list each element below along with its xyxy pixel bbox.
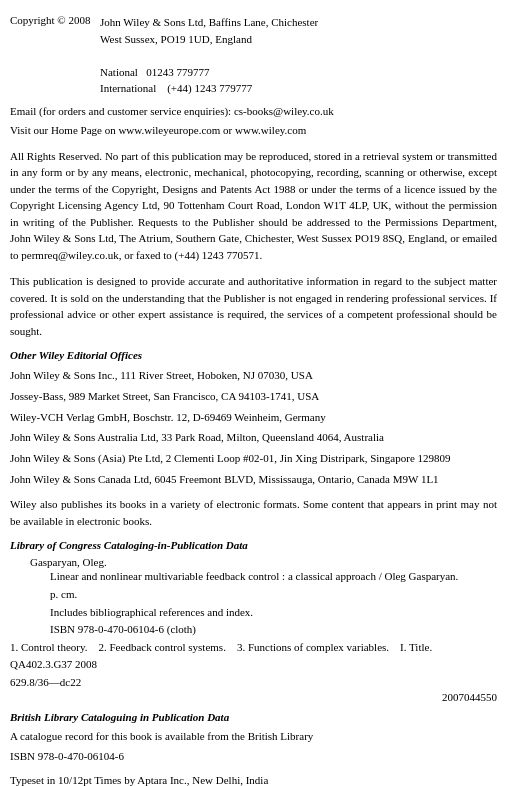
congress-title: Linear and nonlinear multivariable feedb… xyxy=(10,568,497,586)
congress-includes: Includes bibliographical references and … xyxy=(10,604,497,622)
subject-2: 2. Feedback control systems. xyxy=(99,641,226,653)
subject-1: 1. Control theory. xyxy=(10,641,88,653)
congress-block: Gasparyan, Oleg. Linear and nonlinear mu… xyxy=(10,556,497,703)
wiley-formats: Wiley also publishes its books in a vari… xyxy=(10,496,497,529)
international-label: International xyxy=(100,82,156,94)
publication-paragraph: This publication is designed to provide … xyxy=(10,273,497,339)
offices-list: John Wiley & Sons Inc., 111 River Street… xyxy=(10,366,497,488)
publisher-line2: West Sussex, PO19 1UD, England xyxy=(100,33,252,45)
congress-subjects: 1. Control theory. 2. Feedback control s… xyxy=(10,639,497,657)
publisher-info: John Wiley & Sons Ltd, Baffins Lane, Chi… xyxy=(100,14,318,97)
british-text: A catalogue record for this book is avai… xyxy=(10,728,497,745)
contact-block: Email (for orders and customer service e… xyxy=(10,103,497,140)
publisher-line1: John Wiley & Sons Ltd, Baffins Lane, Chi… xyxy=(100,16,318,28)
office-3: Wiley-VCH Verlag GmbH, Boschstr. 12, D-6… xyxy=(10,408,497,427)
international-number: (+44) 1243 779777 xyxy=(167,82,252,94)
congress-call: QA402.3.G37 2008 xyxy=(10,656,497,674)
national-label: National xyxy=(100,66,138,78)
office-2: Jossey-Bass, 989 Market Street, San Fran… xyxy=(10,387,497,406)
congress-dewey: 629.8/36—dc22 xyxy=(10,674,497,692)
isbn-british: ISBN 978-0-470-06104-6 xyxy=(10,748,497,765)
footer-line-1: Typeset in 10/12pt Times by Aptara Inc.,… xyxy=(10,772,497,786)
congress-isbn: ISBN 978-0-470-06104-6 (cloth) xyxy=(10,621,497,639)
national-number: 01243 779777 xyxy=(146,66,209,78)
congress-heading: Library of Congress Cataloging-in-Public… xyxy=(10,539,497,551)
title-ref: I. Title. xyxy=(400,641,432,653)
british-heading: British Library Cataloguing in Publicati… xyxy=(10,711,497,723)
office-4: John Wiley & Sons Australia Ltd, 33 Park… xyxy=(10,428,497,447)
subject-3: 3. Functions of complex variables. xyxy=(237,641,389,653)
rights-paragraph: All Rights Reserved. No part of this pub… xyxy=(10,148,497,264)
copyright-label: Copyright © 2008 xyxy=(10,14,100,97)
congress-p: p. cm. xyxy=(10,586,497,604)
email-line: Email (for orders and customer service e… xyxy=(10,103,497,121)
office-1: John Wiley & Sons Inc., 111 River Street… xyxy=(10,366,497,385)
copyright-block: Copyright © 2008 John Wiley & Sons Ltd, … xyxy=(10,14,497,97)
visit-line: Visit our Home Page on www.wileyeurope.c… xyxy=(10,122,497,140)
congress-lc-number: 2007044550 xyxy=(10,691,497,703)
british-section: British Library Cataloguing in Publicati… xyxy=(10,711,497,764)
editorial-heading: Other Wiley Editorial Offices xyxy=(10,349,497,361)
footer-lines: Typeset in 10/12pt Times by Aptara Inc.,… xyxy=(10,772,497,786)
office-6: John Wiley & Sons Canada Ltd, 6045 Freem… xyxy=(10,470,497,489)
office-5: John Wiley & Sons (Asia) Pte Ltd, 2 Clem… xyxy=(10,449,497,468)
congress-author: Gasparyan, Oleg. xyxy=(10,556,497,568)
